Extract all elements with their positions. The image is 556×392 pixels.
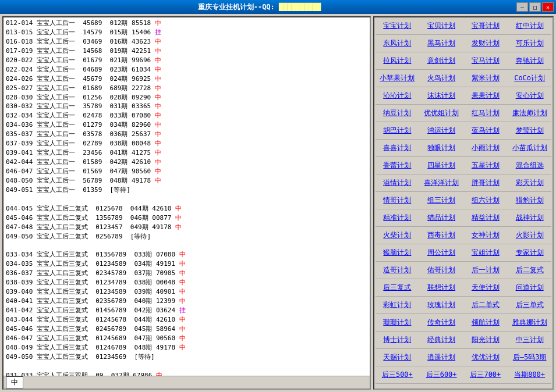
plan-link[interactable]: 后二70多注 — [508, 386, 551, 390]
plan-link[interactable]: 组六计划 — [464, 194, 508, 206]
plan-link[interactable]: 沁沁计划 — [376, 90, 419, 102]
plan-link[interactable]: 后三600+ — [420, 369, 463, 381]
plan-link[interactable]: 喜喜计划 — [376, 142, 419, 154]
plan-link[interactable]: 猎豹计划 — [508, 194, 551, 206]
plan-link[interactable]: 后三单式 — [508, 299, 551, 311]
plan-link[interactable]: 小苗瓜计划 — [508, 142, 551, 154]
plan-link[interactable]: 五星计划 — [464, 159, 508, 172]
plan-link[interactable]: 东风计划 — [376, 37, 419, 49]
plan-link[interactable]: 优优计划 — [464, 351, 508, 364]
plan-link[interactable]: 后二50多注 — [420, 386, 463, 390]
plan-link[interactable]: 组三计划 — [420, 194, 463, 206]
plan-link[interactable]: 奔驰计划 — [508, 55, 551, 67]
plan-link[interactable]: 问道计划 — [508, 281, 551, 294]
plan-link[interactable]: 天赐计划 — [376, 351, 419, 364]
plan-link[interactable]: 火柴计划 — [376, 229, 419, 241]
plan-link[interactable]: 紫米计划 — [464, 72, 508, 84]
plan-link[interactable]: 优优姐计划 — [420, 107, 463, 119]
plan-link[interactable]: 经典计划 — [420, 334, 463, 346]
plan-link[interactable]: 意剑计划 — [420, 55, 463, 67]
list-item: 013-015 宝宝人工后一 14579 015期 15406 挂 — [6, 28, 367, 37]
plan-link[interactable]: 宝马计划 — [464, 55, 508, 67]
plan-link[interactable]: 鸿运计划 — [420, 124, 463, 137]
plan-link[interactable]: 梦莹计划 — [508, 124, 551, 137]
plan-link[interactable]: 后三复式 — [376, 281, 419, 294]
plan-link[interactable]: 彩天计划 — [508, 177, 551, 189]
plan-link[interactable]: 当期700+ — [376, 386, 419, 390]
plan-link[interactable]: 廉法师计划 — [508, 107, 551, 119]
plan-link[interactable]: 猴脑计划 — [376, 247, 419, 259]
plan-link[interactable]: 宝姐计划 — [464, 247, 508, 259]
plan-link[interactable]: 香蕾计划 — [376, 159, 419, 172]
row-divider — [376, 244, 551, 244]
row-divider — [376, 34, 551, 35]
plan-link[interactable]: 蓝鸟计划 — [464, 124, 508, 137]
plan-link[interactable]: 博士计划 — [376, 334, 419, 346]
plan-link[interactable]: 宝贝计划 — [420, 20, 463, 32]
plan-link[interactable]: 纳豆计划 — [376, 107, 419, 119]
plan-link[interactable]: 宝宝计划 — [376, 20, 419, 32]
plan-link[interactable]: 混合组选 — [508, 159, 551, 172]
plan-link[interactable]: 佑哥计划 — [420, 264, 463, 276]
plan-link[interactable]: 后二复式 — [508, 264, 551, 276]
plan-link[interactable]: 发财计划 — [464, 37, 508, 49]
plan-link[interactable]: 胡巴计划 — [376, 124, 419, 137]
plan-link[interactable]: 小雨计划 — [464, 142, 508, 154]
right-panel[interactable]: 宝宝计划宝贝计划宝哥计划红中计划东风计划黑马计划发财计划可乐计划拉风计划意剑计划… — [373, 16, 554, 390]
plan-link[interactable]: 四星计划 — [420, 159, 463, 172]
plan-link[interactable]: 阳光计划 — [464, 334, 508, 346]
plan-link[interactable]: 后—5码3期 — [508, 351, 551, 364]
plan-link[interactable]: 火影计划 — [508, 229, 551, 241]
plan-link[interactable]: 当期800+ — [508, 369, 551, 381]
plan-link[interactable]: 玫瑰计划 — [420, 299, 463, 311]
plan-link[interactable]: 联想计划 — [420, 281, 463, 294]
plan-link[interactable]: 火鸟计划 — [420, 72, 463, 84]
list-item: 046-047 宝宝人工后一 01569 047期 90560 中 — [6, 167, 367, 176]
plan-link[interactable]: 后三500+ — [376, 369, 419, 381]
plan-link[interactable]: 珊珊计划 — [376, 316, 419, 329]
plan-link[interactable]: 红马计划 — [464, 107, 508, 119]
plan-link[interactable]: 精益计划 — [464, 212, 508, 224]
plan-link[interactable]: 喜洋洋计划 — [420, 177, 463, 189]
plan-link[interactable]: 宝哥计划 — [464, 20, 508, 32]
plan-link[interactable]: 情哥计划 — [376, 194, 419, 206]
plan-link[interactable]: 红中计划 — [508, 20, 551, 32]
plan-link[interactable]: 拉风计划 — [376, 55, 419, 67]
plan-link[interactable]: 领航计划 — [464, 316, 508, 329]
plan-link[interactable]: 天使计划 — [464, 281, 508, 294]
plan-link[interactable]: 沫沫计划 — [420, 90, 463, 102]
plan-link[interactable]: 黑马计划 — [420, 37, 463, 49]
plan-link[interactable]: 后一计划 — [464, 264, 508, 276]
plan-link[interactable]: 造哥计划 — [376, 264, 419, 276]
plan-link[interactable]: 后三700+ — [464, 369, 508, 381]
maximize-button[interactable]: □ — [529, 2, 541, 12]
list-item: 045-046 宝宝人工后二复式 1356789 046期 00877 中 — [6, 213, 367, 223]
plan-link[interactable]: 彩虹计划 — [376, 299, 419, 311]
row-divider — [376, 156, 551, 157]
list-item: 048-049 宝宝人工后三复式 01246789 048期 49178 中 — [6, 343, 367, 352]
plan-link[interactable]: 独眼计划 — [420, 142, 463, 154]
close-button[interactable]: ✕ — [542, 2, 554, 12]
plan-link[interactable]: 果果计划 — [464, 90, 508, 102]
plan-link[interactable]: 雅典娜计划 — [508, 316, 551, 329]
plan-link[interactable]: 传奇计划 — [420, 316, 463, 329]
plan-link[interactable]: 溢情计划 — [376, 177, 419, 189]
plan-link[interactable]: 专家计划 — [508, 247, 551, 259]
plan-link[interactable]: 西毒计划 — [420, 229, 463, 241]
plan-link[interactable]: 可乐计划 — [508, 37, 551, 49]
plan-link[interactable]: 后二60多注 — [464, 386, 508, 390]
plan-link[interactable]: 周公计划 — [420, 247, 463, 259]
plan-link[interactable]: 逍遥计划 — [420, 351, 463, 364]
plan-link[interactable]: 猎品计划 — [420, 212, 463, 224]
plan-link[interactable]: 安心计划 — [508, 90, 551, 102]
plan-link[interactable]: CoCo计划 — [508, 72, 551, 84]
lottery-data-list[interactable]: 012-014 宝宝人工后一 45689 012期 85518 中013-015… — [3, 17, 370, 376]
plan-link[interactable]: 精准计划 — [376, 212, 419, 224]
minimize-button[interactable]: — — [516, 2, 528, 12]
plan-link[interactable]: 中三计划 — [508, 334, 551, 346]
plan-link[interactable]: 小苹果计划 — [376, 72, 419, 84]
plan-link[interactable]: 战神计划 — [508, 212, 551, 224]
plan-link[interactable]: 胖哥计划 — [464, 177, 508, 189]
plan-link[interactable]: 后二单式 — [464, 299, 508, 311]
plan-link[interactable]: 女神计划 — [464, 229, 508, 241]
